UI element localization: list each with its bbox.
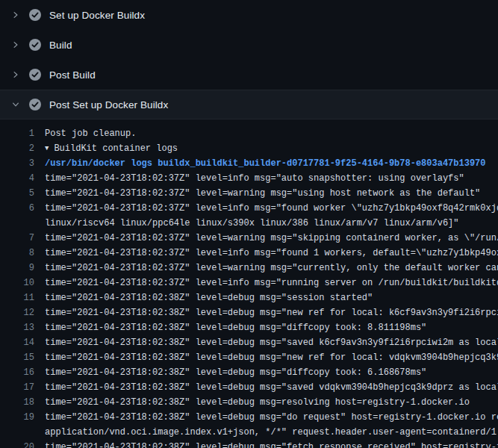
log-line-number[interactable]: 1 <box>0 126 34 141</box>
log-line-number[interactable]: 6 <box>0 201 34 216</box>
check-circle-icon <box>29 39 41 51</box>
log-line: 18time="2021-04-23T18:02:38Z" level=debu… <box>0 395 498 410</box>
step-header-build[interactable]: Build <box>0 30 498 60</box>
check-circle-icon <box>29 9 41 21</box>
log-line-text: time="2021-04-23T18:02:37Z" level=warnin… <box>45 186 480 201</box>
log-line: 15time="2021-04-23T18:02:38Z" level=debu… <box>0 350 498 365</box>
log-line-number[interactable]: 5 <box>0 186 34 201</box>
log-line-text: time="2021-04-23T18:02:38Z" level=debug … <box>45 395 470 410</box>
step-label: Post Set up Docker Buildx <box>49 99 168 111</box>
log-line-number[interactable]: 14 <box>0 335 34 350</box>
log-line-text: time="2021-04-23T18:02:38Z" level=debug … <box>45 440 498 448</box>
log-line-number <box>0 216 34 231</box>
log-line-text: time="2021-04-23T18:02:37Z" level=info m… <box>45 171 464 186</box>
log-line-continuation: linux/riscv64 linux/ppc64le linux/s390x … <box>0 216 498 231</box>
log-area: 1Post job cleanup.2▼BuildKit container l… <box>0 119 498 448</box>
log-line-text: time="2021-04-23T18:02:38Z" level=debug … <box>45 380 498 395</box>
chevron-down-icon[interactable] <box>10 99 21 110</box>
log-line-text: time="2021-04-23T18:02:37Z" level=info m… <box>45 276 498 290</box>
log-line-number[interactable]: 17 <box>0 380 34 395</box>
log-line-text: time="2021-04-23T18:02:37Z" level=info m… <box>45 201 498 216</box>
log-line: 9time="2021-04-23T18:02:37Z" level=warni… <box>0 261 498 276</box>
log-line: 5time="2021-04-23T18:02:37Z" level=warni… <box>0 186 498 201</box>
log-line-number[interactable]: 10 <box>0 276 34 290</box>
log-line-command: 3/usr/bin/docker logs buildx_buildkit_bu… <box>0 156 498 171</box>
log-group-header[interactable]: 2▼BuildKit container logs <box>0 141 498 156</box>
log-line: 7time="2021-04-23T18:02:37Z" level=warni… <box>0 231 498 246</box>
log-line-number[interactable]: 20 <box>0 440 34 448</box>
log-line-text: time="2021-04-23T18:02:38Z" level=debug … <box>45 350 498 365</box>
step-label: Set up Docker Buildx <box>49 10 145 21</box>
log-line-number[interactable]: 13 <box>0 320 34 335</box>
log-line-text: application/vnd.oci.image.index.v1+json,… <box>45 425 498 440</box>
log-line: 20time="2021-04-23T18:02:38Z" level=debu… <box>0 440 498 448</box>
log-line: 17time="2021-04-23T18:02:38Z" level=debu… <box>0 380 498 395</box>
workflow-log-console: Set up Docker BuildxBuildPost BuildPost … <box>0 0 498 448</box>
step-label: Build <box>49 40 72 51</box>
step-label: Post Build <box>49 69 96 81</box>
log-line-text: BuildKit container logs <box>54 141 178 156</box>
log-line-number[interactable]: 19 <box>0 410 34 425</box>
step-list: Set up Docker BuildxBuildPost BuildPost … <box>0 0 498 119</box>
log-line-text: time="2021-04-23T18:02:38Z" level=debug … <box>45 290 373 305</box>
log-line-text: time="2021-04-23T18:02:38Z" level=debug … <box>45 365 426 380</box>
log-line-text: time="2021-04-23T18:02:37Z" level=info m… <box>45 246 498 261</box>
log-line-text: time="2021-04-23T18:02:38Z" level=debug … <box>45 410 498 425</box>
log-line-number[interactable]: 8 <box>0 246 34 261</box>
chevron-right-icon[interactable] <box>10 10 21 20</box>
log-line: 11time="2021-04-23T18:02:38Z" level=debu… <box>0 290 498 305</box>
log-line: 19time="2021-04-23T18:02:38Z" level=debu… <box>0 410 498 425</box>
step-header-post-build[interactable]: Post Build <box>0 60 498 90</box>
check-circle-icon <box>29 69 41 81</box>
log-line-number[interactable]: 2 <box>0 141 34 156</box>
log-line-number[interactable]: 15 <box>0 350 34 365</box>
log-line-text: time="2021-04-23T18:02:38Z" level=debug … <box>45 320 426 335</box>
log-line-number[interactable]: 9 <box>0 261 34 276</box>
log-line: 13time="2021-04-23T18:02:38Z" level=debu… <box>0 320 498 335</box>
log-line-text: time="2021-04-23T18:02:38Z" level=debug … <box>45 305 498 320</box>
chevron-right-icon[interactable] <box>10 69 21 80</box>
step-header-set-up-docker-buildx[interactable]: Set up Docker Buildx <box>0 0 498 30</box>
check-circle-icon <box>29 99 41 111</box>
log-line-number <box>0 425 34 440</box>
log-line: 12time="2021-04-23T18:02:38Z" level=debu… <box>0 305 498 320</box>
log-line-number[interactable]: 12 <box>0 305 34 320</box>
log-line: 16time="2021-04-23T18:02:38Z" level=debu… <box>0 365 498 380</box>
chevron-right-icon[interactable] <box>10 40 21 50</box>
log-line-text: time="2021-04-23T18:02:38Z" level=debug … <box>45 335 498 350</box>
log-line-number[interactable]: 3 <box>0 156 34 171</box>
log-line-text: linux/riscv64 linux/ppc64le linux/s390x … <box>45 216 459 231</box>
log-line-continuation: application/vnd.oci.image.index.v1+json,… <box>0 425 498 440</box>
log-line: 6time="2021-04-23T18:02:37Z" level=info … <box>0 201 498 216</box>
log-line-number[interactable]: 11 <box>0 290 34 305</box>
log-line: 14time="2021-04-23T18:02:38Z" level=debu… <box>0 335 498 350</box>
log-line: 4time="2021-04-23T18:02:37Z" level=info … <box>0 171 498 186</box>
step-header-post-set-up-docker-buildx[interactable]: Post Set up Docker Buildx <box>0 90 498 119</box>
group-collapse-marker-icon[interactable]: ▼ <box>45 141 49 156</box>
log-line-text: time="2021-04-23T18:02:37Z" level=warnin… <box>45 231 498 246</box>
log-line-number[interactable]: 7 <box>0 231 34 246</box>
log-line-number[interactable]: 18 <box>0 395 34 410</box>
log-line-number[interactable]: 4 <box>0 171 34 186</box>
log-line-text: time="2021-04-23T18:02:37Z" level=warnin… <box>45 261 498 276</box>
log-line-text: Post job cleanup. <box>45 126 136 141</box>
log-line: 10time="2021-04-23T18:02:37Z" level=info… <box>0 276 498 290</box>
log-line: 1Post job cleanup. <box>0 126 498 141</box>
log-line-number[interactable]: 16 <box>0 365 34 380</box>
log-line: 8time="2021-04-23T18:02:37Z" level=info … <box>0 246 498 261</box>
log-line-text[interactable]: /usr/bin/docker logs buildx_buildkit_bui… <box>45 156 486 171</box>
